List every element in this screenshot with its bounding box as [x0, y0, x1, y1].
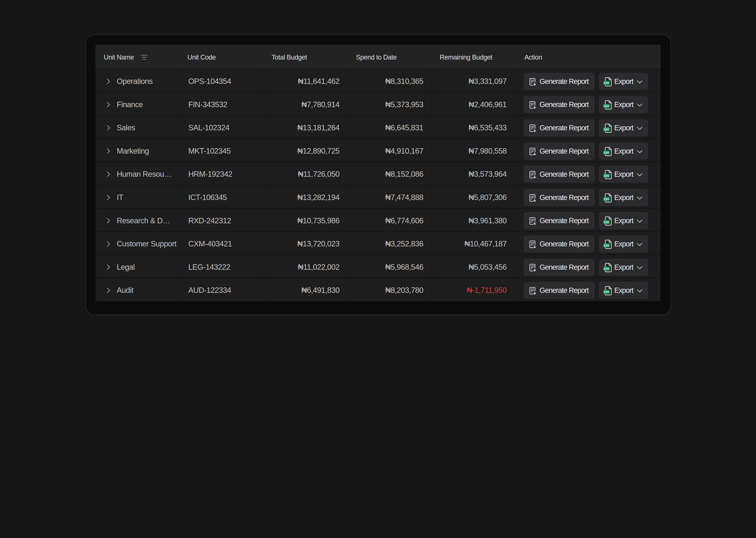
- svg-text:CSV: CSV: [604, 175, 609, 177]
- svg-text:CSV: CSV: [604, 244, 609, 247]
- svg-text:CSV: CSV: [604, 151, 609, 154]
- svg-text:CSV: CSV: [604, 197, 609, 200]
- svg-text:CSV: CSV: [604, 81, 609, 84]
- svg-text:CSV: CSV: [604, 221, 609, 224]
- svg-text:CSV: CSV: [604, 105, 609, 108]
- svg-text:CSV: CSV: [604, 128, 609, 131]
- svg-text:CSV: CSV: [604, 267, 609, 270]
- svg-text:CSV: CSV: [604, 291, 609, 293]
